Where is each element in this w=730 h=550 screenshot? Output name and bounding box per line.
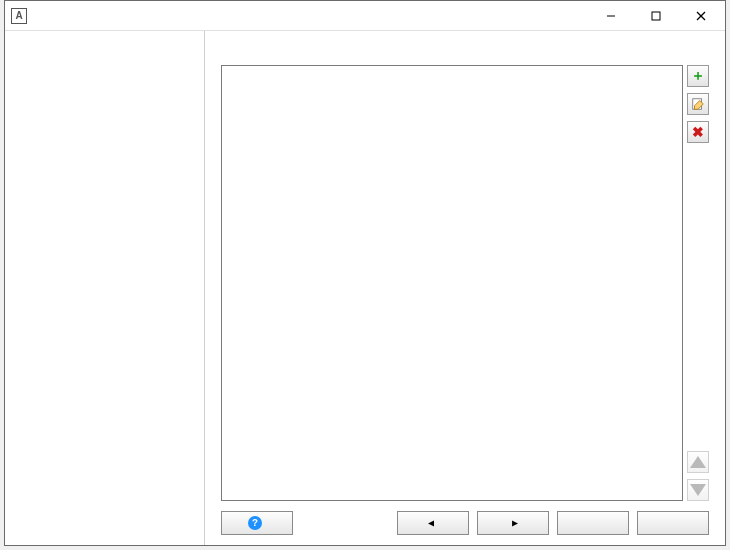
list-toolbar: ＋ ✖ bbox=[687, 65, 709, 501]
wizard-footer: ? ◀ ▶ bbox=[221, 511, 709, 535]
add-entry-button[interactable]: ＋ bbox=[687, 65, 709, 87]
finish-button[interactable] bbox=[557, 511, 629, 535]
remove-entry-button[interactable]: ✖ bbox=[687, 121, 709, 143]
back-button[interactable]: ◀ bbox=[397, 511, 469, 535]
advanced-options-label bbox=[11, 39, 204, 43]
move-up-button[interactable] bbox=[687, 451, 709, 473]
app-window: A ＋ bbox=[4, 0, 726, 546]
titlebar: A bbox=[5, 1, 725, 31]
svg-rect-1 bbox=[652, 12, 660, 20]
minimize-button[interactable] bbox=[588, 2, 633, 30]
cancel-button[interactable] bbox=[637, 511, 709, 535]
edit-entry-button[interactable] bbox=[687, 93, 709, 115]
help-icon: ? bbox=[248, 516, 262, 530]
wizard-sidebar bbox=[5, 31, 205, 545]
help-button[interactable]: ? bbox=[221, 511, 293, 535]
next-button[interactable]: ▶ bbox=[477, 511, 549, 535]
maximize-button[interactable] bbox=[633, 2, 678, 30]
main-panel: ＋ ✖ ? bbox=[205, 31, 725, 545]
move-down-button[interactable] bbox=[687, 479, 709, 501]
search-sequence-list[interactable] bbox=[221, 65, 683, 501]
triangle-left-icon: ◀ bbox=[428, 517, 434, 529]
app-icon: A bbox=[11, 8, 27, 24]
triangle-right-icon: ▶ bbox=[512, 517, 518, 529]
close-button[interactable] bbox=[678, 2, 723, 30]
